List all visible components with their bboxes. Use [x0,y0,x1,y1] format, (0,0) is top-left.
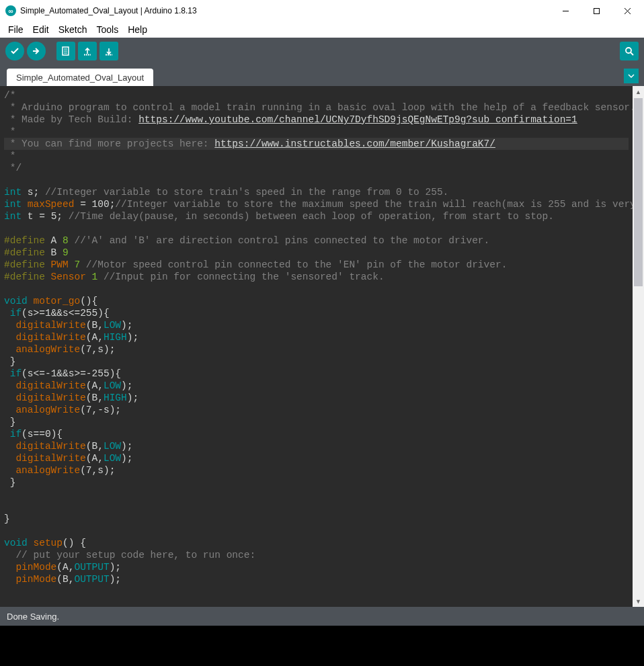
upload-button[interactable] [27,42,46,60]
editor-scrollbar[interactable]: ▲ ▼ [633,86,644,607]
tabbar: Simple_Automated_Oval_Layout [0,65,644,86]
titlebar-left: ∞ Simple_Automated_Oval_Layout | Arduino… [5,5,197,16]
code-editor[interactable]: /* * Arduino program to control a model … [0,86,633,607]
window-titlebar: ∞ Simple_Automated_Oval_Layout | Arduino… [0,0,644,22]
scroll-thumb[interactable] [634,98,643,286]
tab-dropdown-button[interactable] [624,69,639,83]
youtube-link[interactable]: https://www.youtube.com/channel/UCNy7Dyf… [138,114,577,125]
console-panel[interactable] [0,626,644,666]
verify-button[interactable] [5,42,24,60]
toolbar [0,38,644,65]
scroll-up-icon[interactable]: ▲ [633,86,644,97]
sketch-tab[interactable]: Simple_Automated_Oval_Layout [7,69,153,86]
svg-rect-1 [594,8,599,13]
serial-monitor-button[interactable] [620,42,639,60]
arduino-app-icon: ∞ [5,5,16,16]
svg-point-10 [626,48,631,53]
editor-area: /* * Arduino program to control a model … [0,86,644,607]
svg-line-11 [631,52,633,55]
menubar: File Edit Sketch Tools Help [0,22,644,38]
window-title: Simple_Automated_Oval_Layout | Arduino 1… [20,6,197,15]
new-sketch-button[interactable] [56,42,75,60]
minimize-button[interactable] [550,0,581,22]
save-sketch-button[interactable] [99,42,118,60]
status-bar: Done Saving. [0,607,644,626]
scroll-down-icon[interactable]: ▼ [633,595,644,607]
menu-sketch[interactable]: Sketch [54,24,91,36]
status-text: Done Saving. [7,612,59,622]
instructables-link[interactable]: https://www.instructables.com/member/Kus… [214,138,495,149]
close-button[interactable] [612,0,643,22]
menu-tools[interactable]: Tools [93,24,123,36]
menu-help[interactable]: Help [124,24,151,36]
maximize-button[interactable] [581,0,612,22]
menu-file[interactable]: File [4,24,28,36]
open-sketch-button[interactable] [78,42,97,60]
window-controls [550,0,643,22]
menu-edit[interactable]: Edit [29,24,53,36]
